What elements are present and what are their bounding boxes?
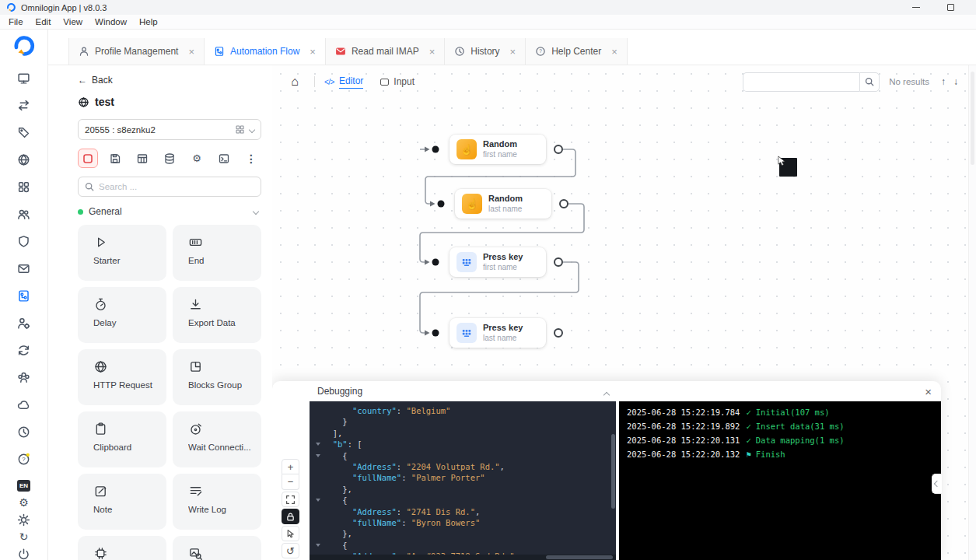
next-result-button[interactable]: ↓	[950, 76, 962, 87]
card-wait-connection[interactable]: Wait Connecti...	[173, 411, 261, 467]
tab-automation-flow[interactable]: Automation Flow ×	[205, 38, 326, 65]
locale-badge[interactable]: EN	[17, 480, 30, 492]
rail-item-transfer[interactable]	[16, 99, 32, 112]
tab-read-mail-imap[interactable]: Read mail IMAP ×	[326, 38, 445, 65]
tab-input[interactable]: Input	[380, 76, 415, 87]
rail-item-cloud[interactable]	[16, 398, 32, 411]
zoom-out-button[interactable]: −	[282, 474, 299, 490]
close-tab-icon[interactable]: ×	[611, 47, 617, 57]
close-debug-button[interactable]: ×	[925, 386, 932, 397]
menu-item-file[interactable]: File	[3, 16, 29, 27]
node-random-last-name[interactable]: ☝ Random last name	[455, 189, 551, 219]
drag-selection-block[interactable]	[779, 158, 797, 177]
input-port[interactable]	[432, 259, 439, 266]
input-port[interactable]	[432, 146, 439, 153]
rail-item-extensions[interactable]	[16, 180, 32, 194]
zoom-in-button[interactable]: +	[282, 459, 299, 474]
power-icon[interactable]	[16, 548, 32, 560]
minimize-button[interactable]	[908, 2, 925, 13]
output-port[interactable]	[554, 145, 562, 153]
back-button[interactable]: ← Back	[78, 75, 261, 86]
node-press-key-first-name[interactable]: Press key first name	[450, 247, 546, 277]
fold-chevron-icon[interactable]	[313, 499, 323, 502]
settings-button[interactable]: ⚙	[187, 149, 207, 168]
fit-view-button[interactable]	[282, 492, 299, 507]
scrollbar-horizontal[interactable]	[310, 555, 616, 560]
fold-chevron-icon[interactable]	[313, 454, 323, 457]
theme-toggle[interactable]	[16, 513, 32, 526]
pointer-mode-button[interactable]	[282, 526, 299, 541]
save-button[interactable]	[105, 149, 125, 168]
card-image-search[interactable]: Image Search	[173, 536, 261, 560]
debug-log[interactable]: 2025-06-28 15:22:19.784✓Initial(107 ms)2…	[619, 401, 941, 560]
output-port[interactable]	[560, 200, 568, 208]
scrollbar-thumb[interactable]	[971, 72, 974, 165]
prev-result-button[interactable]: ↑	[937, 76, 950, 87]
output-port[interactable]	[554, 258, 562, 266]
rail-item-mail[interactable]	[16, 262, 32, 275]
database-button[interactable]	[159, 149, 180, 168]
node-press-key-last-name[interactable]: Press key last name	[450, 318, 546, 348]
menu-item-help[interactable]: Help	[134, 16, 163, 27]
collapse-side-handle[interactable]	[932, 474, 942, 494]
close-tab-icon[interactable]: ×	[429, 47, 436, 57]
settings-gear-icon[interactable]: ⚙	[16, 496, 32, 509]
table-button[interactable]	[132, 149, 152, 168]
lock-button[interactable]	[282, 509, 299, 524]
card-clipboard[interactable]: Clipboard	[78, 411, 166, 467]
collapse-panel-button[interactable]	[604, 387, 609, 401]
select-tool-button[interactable]	[78, 149, 98, 168]
close-tab-icon[interactable]: ×	[188, 47, 194, 57]
window-scrollbar[interactable]	[968, 65, 976, 560]
terminal-button[interactable]	[214, 149, 234, 168]
card-starter[interactable]: Starter	[78, 225, 166, 281]
rail-item-security[interactable]	[16, 235, 32, 248]
card-blocks-group[interactable]: Blocks Group	[173, 349, 261, 405]
input-port[interactable]	[432, 330, 439, 337]
rail-item-history[interactable]	[16, 425, 32, 439]
canvas-search-input[interactable]	[743, 72, 859, 92]
scrollbar-thumb-vertical[interactable]	[611, 434, 615, 509]
output-port[interactable]	[554, 329, 562, 337]
tab-help-center[interactable]: ? Help Center ×	[526, 38, 628, 65]
block-search-input[interactable]	[99, 182, 254, 191]
flow-canvas[interactable]: ⌂ </> Editor Input No	[272, 65, 968, 560]
card-note[interactable]: Note	[78, 474, 166, 530]
rail-item-proxy[interactable]	[16, 153, 32, 166]
profile-select[interactable]: 20555 : s8eznku2	[78, 119, 261, 140]
refresh-icon[interactable]: ↻	[16, 530, 32, 543]
rail-item-group[interactable]	[16, 371, 32, 384]
rail-item-profile-settings[interactable]	[16, 317, 32, 330]
card-http-request[interactable]: HTTP Request	[78, 349, 166, 405]
card-end[interactable]: End	[173, 225, 261, 281]
home-button[interactable]: ⌂	[285, 72, 305, 92]
rail-item-help[interactable]: ?	[16, 453, 32, 466]
rail-item-sync[interactable]	[16, 344, 32, 357]
rail-item-team[interactable]	[16, 208, 32, 221]
rail-item-profiles[interactable]	[16, 72, 32, 85]
tab-profile-management[interactable]: Profile Management ×	[68, 38, 205, 65]
card-delay[interactable]: Delay	[78, 287, 166, 343]
card-clear-memory[interactable]: Clear Memory	[78, 536, 166, 560]
menu-item-view[interactable]: View	[58, 16, 88, 27]
close-tab-icon[interactable]: ×	[510, 47, 516, 57]
more-button[interactable]: ⋮	[241, 149, 261, 168]
tab-history[interactable]: History ×	[445, 38, 526, 65]
scrollbar-thumb-horizontal[interactable]	[546, 555, 613, 559]
maximize-button[interactable]	[942, 2, 959, 13]
section-general[interactable]: General	[78, 206, 261, 217]
rail-item-tags[interactable]	[16, 126, 32, 139]
menu-item-edit[interactable]: Edit	[30, 16, 57, 27]
rail-item-automation[interactable]	[16, 289, 32, 303]
fold-chevron-icon[interactable]	[313, 544, 323, 547]
fold-chevron-icon[interactable]	[313, 443, 323, 446]
menu-item-window[interactable]: Window	[89, 16, 132, 27]
undo-button[interactable]: ↺	[282, 543, 299, 558]
close-tab-icon[interactable]: ×	[310, 47, 316, 57]
tab-editor[interactable]: </> Editor	[324, 75, 363, 89]
node-random-first-name[interactable]: ☝ Random first name	[450, 135, 546, 164]
card-export-data[interactable]: Export Data	[173, 287, 261, 343]
input-port[interactable]	[438, 201, 445, 208]
card-write-log[interactable]: Write Log	[173, 474, 261, 530]
canvas-search-button[interactable]	[859, 72, 880, 92]
